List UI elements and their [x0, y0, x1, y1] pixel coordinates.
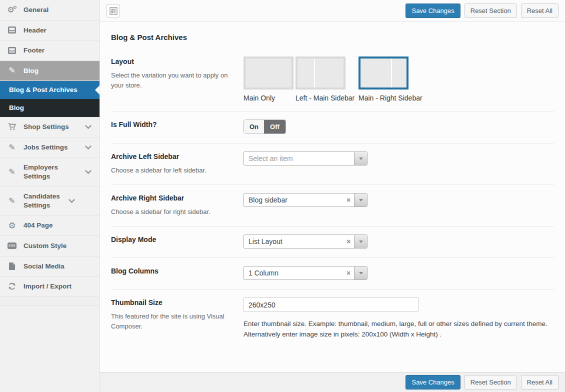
- sidebar-item-label: General: [24, 6, 94, 14]
- setting-row-display-mode: Display Mode List Layout ×: [111, 226, 554, 258]
- sidebar-item-import-export[interactable]: Import / Export: [0, 276, 100, 297]
- reset-section-button-bottom[interactable]: Reset Section: [464, 375, 517, 390]
- caret-down-icon: [359, 158, 363, 160]
- sidebar-item-label: Employers Settings: [24, 163, 86, 180]
- pencil-icon: ✎: [7, 66, 17, 74]
- sidebar-item-employers-settings[interactable]: ✎ Employers Settings: [0, 158, 100, 186]
- header-layout-icon: [7, 26, 17, 34]
- archive-right-sidebar-description: Choose a sidebar for right sidebar.: [111, 207, 231, 217]
- layout-option-left-main-sidebar[interactable]: Left - Main Sidebar: [296, 56, 346, 102]
- dropdown-arrow-button[interactable]: [354, 235, 367, 248]
- pencil-icon: ✎: [7, 168, 17, 176]
- archive-right-sidebar-label: Archive Right Sidebar: [111, 194, 231, 202]
- select-value: List Layout: [244, 238, 343, 246]
- sidebar-item-label: Social Media: [24, 262, 94, 271]
- chevron-down-icon: [85, 168, 92, 174]
- thumbnail-size-help: Enter thumbnail size. Example: thumbnail…: [244, 319, 554, 340]
- layout-thumbnail-left-sidebar: [296, 56, 346, 90]
- display-mode-select[interactable]: List Layout ×: [244, 234, 368, 248]
- toggle-layout-icon-button[interactable]: [106, 4, 120, 18]
- thumbnail-size-description: This featured for the site is using Visu…: [111, 312, 231, 332]
- top-toolbar: Save Changes Reset Section Reset All: [100, 0, 565, 22]
- layout-description: Select the variation you want to apply o…: [111, 70, 231, 90]
- sidebar-item-label: Header: [24, 26, 94, 35]
- sidebar-item-label: 404 Page: [24, 221, 94, 230]
- thumbnail-size-label: Thumbnail Size: [111, 298, 231, 306]
- clear-selection-icon[interactable]: ×: [343, 269, 354, 277]
- archive-left-sidebar-label: Archive Left Sidebar: [111, 152, 231, 160]
- caret-down-icon: [359, 199, 363, 202]
- dropdown-arrow-button[interactable]: [354, 152, 367, 165]
- gears-icon: ⚙⚙: [7, 6, 17, 14]
- dropdown-arrow-button[interactable]: [354, 266, 367, 280]
- sidebar-item-404-page[interactable]: ⚙ 404 Page: [0, 216, 100, 236]
- layout-option-main-right-sidebar[interactable]: Main - Right Sidebar: [358, 56, 408, 102]
- sidebar-item-label: Custom Style: [24, 242, 94, 250]
- setting-row-layout: Layout Select the variation you want to …: [111, 48, 554, 112]
- sidebar-item-jobs-settings[interactable]: ✎ Jobs Settings: [0, 138, 100, 158]
- clear-selection-icon[interactable]: ×: [343, 238, 354, 246]
- sidebar-item-general[interactable]: ⚙⚙ General: [0, 0, 100, 20]
- content-panel: Save Changes Reset Section Reset All Blo…: [100, 0, 565, 392]
- sidebar-item-custom-style[interactable]: css Custom Style: [0, 236, 100, 256]
- layout-variation-picker: Main Only Left - Main Sidebar Main - Rig…: [244, 56, 554, 102]
- sidebar-item-label: Jobs Settings: [24, 143, 86, 152]
- layout-thumbnail-right-sidebar: [358, 56, 408, 90]
- archive-left-sidebar-description: Choose a sidebar for left sidebar.: [111, 166, 231, 176]
- sidebar-divider-strip: [0, 297, 100, 306]
- sidebar-item-blog-sub[interactable]: Blog: [0, 99, 100, 117]
- blog-columns-label: Blog Columns: [111, 267, 231, 275]
- save-changes-button-bottom[interactable]: Save Changes: [406, 375, 460, 390]
- caret-down-icon: [359, 240, 363, 243]
- layout-option-main-only[interactable]: Main Only: [244, 56, 294, 102]
- sidebar-item-label: Blog: [9, 104, 94, 112]
- sidebar-item-blog-post-archives[interactable]: Blog & Post Archives: [0, 81, 100, 99]
- sidebar-item-label: Import / Export: [24, 282, 94, 291]
- sidebar-item-candidates-settings[interactable]: ✎ Candidates Settings: [0, 186, 100, 216]
- sidebar-item-blog[interactable]: ✎ Blog: [0, 61, 100, 82]
- page-title: Blog & Post Archives: [100, 22, 565, 48]
- display-mode-label: Display Mode: [111, 236, 231, 244]
- toggle-off-button[interactable]: Off: [264, 120, 286, 134]
- select-value: 1 Column: [244, 269, 343, 277]
- page-icon: [7, 262, 17, 270]
- theme-options-window: ⚙⚙ General Header Footer ✎ Blog Blog & P…: [0, 0, 565, 392]
- dropdown-arrow-button[interactable]: [354, 194, 367, 206]
- reset-section-button[interactable]: Reset Section: [464, 4, 517, 18]
- setting-row-archive-left-sidebar: Archive Left Sidebar Choose a sidebar fo…: [111, 144, 554, 185]
- chevron-down-icon: [85, 123, 92, 130]
- sidebar-item-label: Shop Settings: [24, 122, 86, 132]
- reset-all-button[interactable]: Reset All: [521, 4, 558, 18]
- sidebar-item-label: Blog & Post Archives: [9, 86, 94, 94]
- layout-thumbnail-main-only: [244, 56, 294, 90]
- toggle-on-button[interactable]: On: [244, 120, 264, 134]
- archive-right-sidebar-select[interactable]: Blog sidebar ×: [244, 193, 368, 207]
- chevron-down-icon: [68, 197, 75, 204]
- layout-icon: [110, 7, 118, 15]
- pencil-icon: ✎: [7, 144, 17, 152]
- select-placeholder: Select an item: [244, 154, 354, 162]
- sidebar-item-social-media[interactable]: Social Media: [0, 256, 100, 277]
- setting-row-blog-columns: Blog Columns 1 Column ×: [111, 258, 554, 290]
- clear-selection-icon[interactable]: ×: [343, 196, 354, 204]
- thumbnail-size-input[interactable]: [244, 298, 418, 312]
- sidebar-item-shop-settings[interactable]: Shop Settings: [0, 117, 100, 138]
- chevron-down-icon: [85, 143, 92, 150]
- layout-label: Layout: [111, 58, 231, 66]
- pencil-icon: ✎: [7, 197, 17, 205]
- setting-row-full-width: Is Full Width? On Off: [111, 112, 554, 144]
- sidebar-item-label: Blog: [24, 66, 94, 76]
- blog-columns-select[interactable]: 1 Column ×: [244, 266, 368, 280]
- css-badge-icon: css: [7, 242, 17, 249]
- setting-row-archive-right-sidebar: Archive Right Sidebar Choose a sidebar f…: [111, 185, 554, 226]
- sync-icon: [7, 282, 17, 290]
- reset-all-button-bottom[interactable]: Reset All: [521, 375, 558, 390]
- sidebar-item-header[interactable]: Header: [0, 20, 100, 41]
- gear-icon: ⚙: [7, 222, 17, 230]
- save-changes-button[interactable]: Save Changes: [406, 4, 460, 18]
- footer-layout-icon: [7, 47, 17, 54]
- full-width-label: Is Full Width?: [111, 120, 231, 128]
- sidebar-item-label: Footer: [24, 46, 94, 55]
- archive-left-sidebar-select[interactable]: Select an item: [244, 152, 368, 166]
- sidebar-item-footer[interactable]: Footer: [0, 40, 100, 61]
